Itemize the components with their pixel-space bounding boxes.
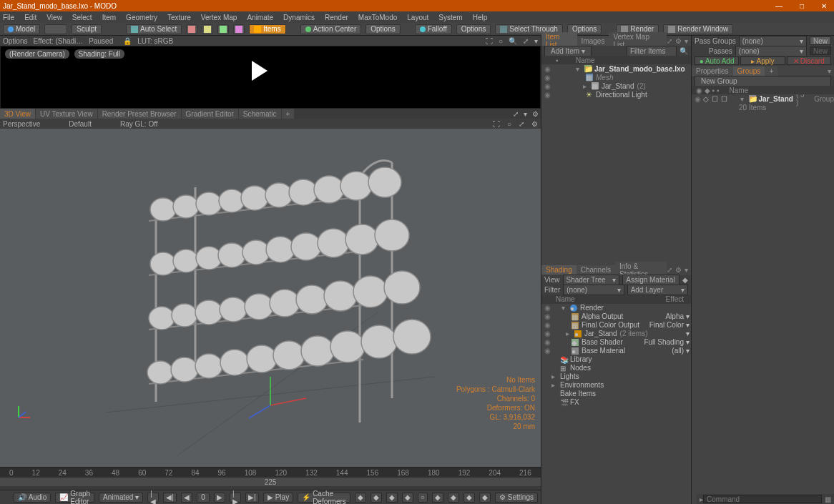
tab-renderpreset[interactable]: Render Preset Browser (98, 109, 181, 119)
tree-mesh[interactable]: ◉ ▦ Mesh (541, 73, 691, 81)
tab-uvtexture[interactable]: UV Texture View (36, 109, 97, 119)
key-icon-7[interactable]: ◆ (448, 493, 459, 503)
shadertree-dropdown[interactable]: Shader Tree▾ (563, 275, 620, 285)
render-window-button[interactable]: Render Window (663, 24, 733, 34)
settings-button[interactable]: ⚙Settings (495, 493, 538, 503)
action-center-button[interactable]: Action Center (300, 24, 362, 34)
animated-dropdown[interactable]: Animated ▾ (99, 493, 143, 503)
sel-poly-button[interactable] (217, 24, 229, 34)
tree-jarstand[interactable]: ◉ ▸ ▦ Jar_Stand (2) (541, 81, 691, 90)
visibility-icon[interactable]: ◉ (544, 65, 550, 73)
3d-viewport[interactable]: No Items Polygons : Catmull-Clark Channe… (0, 129, 541, 467)
options-button-1[interactable]: Options (366, 24, 400, 34)
key-icon-5[interactable]: ○ (418, 493, 428, 503)
shader-library[interactable]: 📚Library (541, 355, 691, 364)
next-key-button[interactable]: |▶ (230, 493, 241, 503)
menu-view[interactable]: View (46, 14, 62, 21)
newgroup-button[interactable]: New Group (695, 76, 831, 87)
render-paused[interactable]: Paused (89, 37, 113, 45)
tab-gradienteditor[interactable]: Gradient Editor (182, 109, 238, 119)
command-input[interactable] (703, 495, 822, 503)
play-icon[interactable] (252, 61, 268, 81)
viewtab-icon-2[interactable]: ▾ (521, 110, 529, 118)
addlayer-dropdown[interactable]: Add Layer▾ (627, 285, 688, 295)
tab-schematic[interactable]: Schematic (239, 109, 281, 119)
menu-animate[interactable]: Animate (247, 14, 273, 21)
new-pass-button[interactable]: New (810, 46, 831, 55)
key-icon-8[interactable]: ◆ (463, 493, 475, 503)
render-options[interactable]: Options (3, 37, 27, 45)
menu-render[interactable]: Render (325, 14, 348, 21)
tab-properties[interactable]: Properties (692, 66, 733, 76)
tab-shading[interactable]: Shading (541, 265, 577, 275)
shader-basematerial[interactable]: ◉ ● Base Material (all)▾ (541, 347, 691, 355)
menu-vertexmap[interactable]: Vertex Map (201, 14, 237, 21)
visibility-icon[interactable]: ◉ (544, 74, 550, 81)
grapheditor-button[interactable]: 📈Graph Editor (55, 493, 94, 503)
command-exec-button[interactable]: ▦ (825, 495, 831, 503)
menu-geometry[interactable]: Geometry (126, 14, 157, 21)
prev-frame-button[interactable]: ◀ (181, 493, 192, 503)
menu-item[interactable]: Item (102, 14, 116, 21)
render-lut[interactable]: LUT: sRGB (137, 37, 173, 45)
render-view-icon-2[interactable]: ○ (499, 37, 503, 45)
f2-button[interactable] (44, 24, 67, 34)
panel-icon-s2[interactable]: ⚙ (675, 266, 682, 274)
model-mode-button[interactable]: Model (3, 24, 40, 34)
goto-start-button[interactable]: |◀ (147, 493, 159, 503)
timeline-ruler[interactable]: 0122436486072849610812013214415616818019… (0, 468, 541, 478)
menu-texture[interactable]: Texture (167, 14, 191, 21)
autoselect-button[interactable]: Auto Select (126, 24, 182, 34)
tree-scene-root[interactable]: ◉ ▾ 📁 Jar_Stand_modo_base.lxo (541, 64, 691, 73)
group-jarstand[interactable]: ◉◇☐☐ ▾ 📁 Jar_Stand ( 3 ) Group (692, 94, 834, 103)
add-item-button[interactable]: Add Item ▾ (544, 46, 592, 56)
visibility-icon[interactable]: ◉ (544, 91, 550, 99)
panel-icon-s3[interactable]: ▾ (685, 266, 688, 274)
render-shading-label[interactable]: Shading: Full (74, 49, 124, 59)
audio-button[interactable]: 🔊Audio (14, 493, 51, 503)
axis-gizmo[interactable] (16, 402, 34, 420)
tab-3dview[interactable]: 3D View (0, 109, 35, 119)
viewport-icon-3[interactable]: ⤢ (519, 120, 524, 128)
autoadd-button[interactable]: ●Auto Add (695, 56, 739, 65)
sculpt-mode-button[interactable]: Sculpt (72, 24, 102, 34)
raygl-dropdown[interactable]: Ray GL: Off (120, 120, 158, 128)
viewtab-icon-3[interactable]: ⚙ (530, 110, 541, 118)
panel-icon-1[interactable]: ⤢ (667, 37, 672, 45)
panel-icon-s1[interactable]: ⤢ (667, 266, 672, 274)
menu-maxtomodo[interactable]: MaxToModo (358, 14, 397, 21)
tab-channels[interactable]: Channels (577, 265, 615, 275)
falloff-button[interactable]: Falloff (415, 24, 452, 34)
groups-tree[interactable]: ◉◇☐☐ ▾ 📁 Jar_Stand ( 3 ) Group 20 Items (692, 94, 834, 504)
render-effect[interactable]: Effect: (Shadi… (33, 37, 83, 45)
items-mode-button[interactable]: Items (249, 24, 285, 34)
viewport-icon-4[interactable]: ⚙ (531, 120, 538, 128)
shader-nodes[interactable]: ⊞Nodes (541, 364, 691, 372)
key-icon-4[interactable]: ◆ (402, 493, 413, 503)
menu-select[interactable]: Select (72, 14, 92, 21)
assign-icon[interactable]: ◆ (682, 276, 688, 284)
filter-none-dropdown[interactable]: (none)▾ (563, 285, 624, 295)
shader-bakeitems[interactable]: Bake Items (541, 390, 691, 398)
shader-lights[interactable]: ▸Lights (541, 372, 691, 381)
visibility-icon[interactable]: ◉ (544, 82, 550, 90)
panel-icon-p1[interactable]: ▾ (828, 67, 831, 75)
play-button[interactable]: ▶Play (263, 493, 293, 503)
shader-finalcolor-output[interactable]: ◉ ▦ Final Color Output Final Color▾ (541, 321, 691, 330)
timeline-slider[interactable]: 225 (0, 478, 541, 486)
tab-images[interactable]: Images (577, 36, 609, 46)
lock-icon[interactable]: 🔒 (123, 37, 132, 45)
viewtab-icon-1[interactable]: ⤢ (511, 110, 521, 118)
key-icon-6[interactable]: ◆ (432, 493, 443, 503)
options-button-2[interactable]: Options (456, 24, 491, 34)
shader-alpha-output[interactable]: ◉ ▦ Alpha Output Alpha▾ (541, 312, 691, 321)
key-icon-1[interactable]: ◆ (355, 493, 366, 503)
filter-items-input[interactable]: Filter Items (627, 46, 677, 56)
viewport-icon-2[interactable]: ○ (507, 120, 511, 128)
group-items-count[interactable]: 20 Items (692, 103, 834, 112)
menu-layout[interactable]: Layout (407, 14, 428, 21)
shader-jarstand[interactable]: ◉▸ ● Jar_Stand (2 items)▾ (541, 330, 691, 338)
goto-end-button[interactable]: ▶| (245, 493, 259, 503)
maximize-button[interactable]: □ (795, 2, 808, 10)
close-button[interactable]: ✕ (817, 2, 831, 10)
